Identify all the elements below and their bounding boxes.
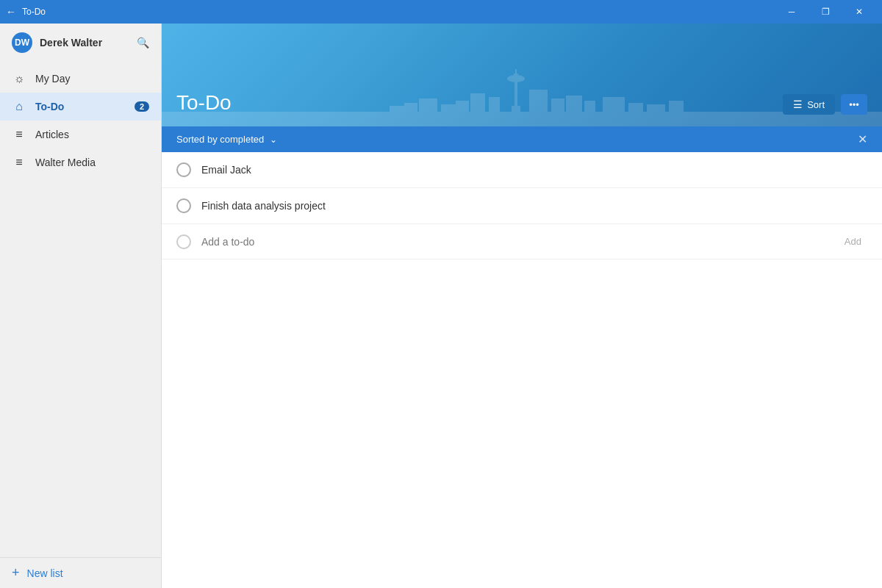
sort-label: Sort <box>807 99 825 110</box>
sidebar-item-articles[interactable]: ≡ Articles <box>0 121 161 148</box>
svg-rect-9 <box>551 98 564 112</box>
svg-rect-12 <box>456 101 469 112</box>
sun-icon: ☼ <box>12 72 26 85</box>
tasks-area: Email Jack Finish data analysis project … <box>162 152 882 588</box>
sort-banner: Sorted by completed ⌄ ✕ <box>162 126 882 152</box>
task-label-2: Finish data analysis project <box>201 200 326 212</box>
svg-rect-13 <box>441 104 456 112</box>
plus-icon: + <box>12 565 20 581</box>
nav-walter-media-label: Walter Media <box>35 157 96 168</box>
svg-rect-14 <box>419 98 437 112</box>
svg-rect-8 <box>529 90 548 112</box>
svg-rect-6 <box>470 93 485 112</box>
svg-rect-20 <box>669 101 684 112</box>
svg-rect-3 <box>514 74 518 79</box>
restore-button[interactable]: ❐ <box>808 0 842 24</box>
nav-to-do-label: To-Do <box>35 101 64 112</box>
skyline-svg <box>162 68 882 126</box>
nav-my-day-label: My Day <box>35 73 70 85</box>
task-item[interactable]: Email Jack <box>162 152 882 188</box>
task-item-2[interactable]: Finish data analysis project <box>162 188 882 224</box>
more-icon: ••• <box>849 99 859 110</box>
title-bar-controls: ─ ❐ ✕ <box>775 0 876 24</box>
search-icon[interactable]: 🔍 <box>137 37 149 49</box>
main-content: To-Do ☰ Sort ••• Sorted by completed ⌄ ✕ <box>162 24 882 588</box>
new-list-label: New list <box>27 567 63 579</box>
back-icon[interactable]: ← <box>6 6 16 18</box>
add-task-row: Add <box>162 224 882 259</box>
task-checkbox-1[interactable] <box>176 162 191 177</box>
svg-rect-0 <box>162 112 882 126</box>
sidebar-item-walter-media[interactable]: ≡ Walter Media <box>0 148 161 176</box>
sidebar-item-my-day[interactable]: ☼ My Day <box>0 65 161 93</box>
avatar-initials: DW <box>15 37 29 48</box>
nav-articles-label: Articles <box>35 129 69 140</box>
task-label-1: Email Jack <box>201 164 251 176</box>
svg-rect-7 <box>489 97 500 112</box>
list-icon-2: ≡ <box>12 156 26 169</box>
sort-banner-left: Sorted by completed ⌄ <box>176 134 277 145</box>
page-title: To-Do <box>176 91 232 115</box>
svg-rect-5 <box>512 106 520 112</box>
user-name: Derek Walter <box>40 37 102 49</box>
add-task-button[interactable]: Add <box>839 233 867 250</box>
new-list-button[interactable]: + New list <box>0 557 161 588</box>
svg-rect-18 <box>390 106 404 112</box>
svg-rect-17 <box>404 103 417 112</box>
sidebar-header: DW Derek Walter 🔍 <box>0 24 161 62</box>
sidebar: DW Derek Walter 🔍 ☼ My Day ⌂ To-Do 2 ≡ A… <box>0 24 162 588</box>
chevron-down-icon[interactable]: ⌄ <box>270 135 277 145</box>
close-button[interactable]: ✕ <box>842 0 876 24</box>
sort-button[interactable]: ☰ Sort <box>783 94 835 115</box>
add-task-input[interactable] <box>201 236 828 248</box>
sort-banner-text: Sorted by completed <box>176 134 264 145</box>
title-bar-left: ← To-Do <box>6 6 46 18</box>
header-actions: ☰ Sort ••• <box>783 94 867 115</box>
sidebar-item-to-do[interactable]: ⌂ To-Do 2 <box>0 93 161 121</box>
sort-lines-icon: ☰ <box>793 98 803 110</box>
title-bar: ← To-Do ─ ❐ ✕ <box>0 0 882 24</box>
sidebar-nav: ☼ My Day ⌂ To-Do 2 ≡ Articles ≡ Walter M… <box>0 62 161 557</box>
app-container: DW Derek Walter 🔍 ☼ My Day ⌂ To-Do 2 ≡ A… <box>0 24 882 588</box>
more-button[interactable]: ••• <box>841 94 867 115</box>
svg-rect-15 <box>603 97 625 112</box>
content-header: To-Do ☰ Sort ••• <box>162 24 882 126</box>
sidebar-user: DW Derek Walter <box>12 32 102 53</box>
task-checkbox-2[interactable] <box>176 198 191 213</box>
home-icon: ⌂ <box>12 100 26 113</box>
svg-rect-11 <box>584 101 595 112</box>
sort-banner-close-icon[interactable]: ✕ <box>858 132 867 146</box>
list-icon: ≡ <box>12 128 26 141</box>
avatar: DW <box>12 32 32 53</box>
svg-rect-10 <box>566 96 582 112</box>
to-do-badge: 2 <box>135 101 149 112</box>
title-bar-title: To-Do <box>22 7 46 17</box>
minimize-button[interactable]: ─ <box>775 0 808 24</box>
add-task-checkbox <box>176 234 191 249</box>
svg-rect-16 <box>628 103 643 112</box>
svg-rect-19 <box>647 104 665 112</box>
